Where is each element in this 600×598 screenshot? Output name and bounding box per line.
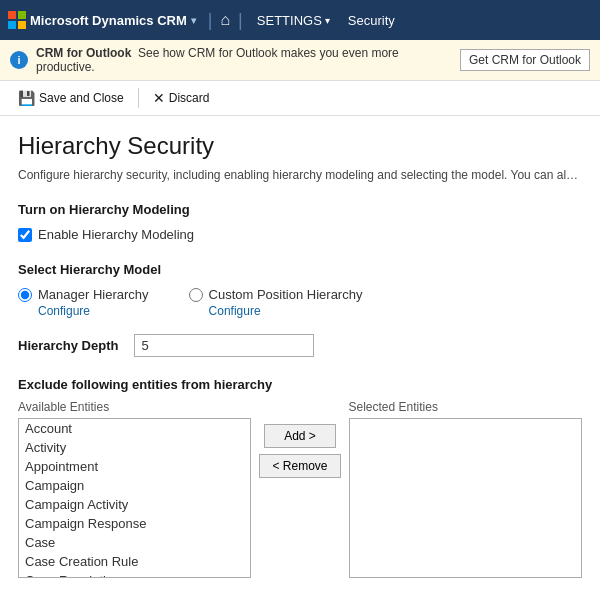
available-entities-header: Available Entities [18, 400, 251, 414]
list-item[interactable]: Campaign [19, 476, 250, 495]
enable-hierarchy-row: Enable Hierarchy Modeling [18, 227, 582, 242]
hierarchy-model-section: Select Hierarchy Model Manager Hierarchy… [18, 262, 582, 318]
ms-logo-icon [8, 11, 26, 29]
page-description: Configure hierarchy security, including … [18, 168, 582, 182]
nav-security-text: Security [348, 13, 395, 28]
nav-home-icon[interactable]: ⌂ [220, 11, 230, 29]
list-item[interactable]: Case Creation Rule [19, 552, 250, 571]
manager-configure-link[interactable]: Configure [38, 304, 149, 318]
exclude-header: Exclude following entities from hierarch… [18, 377, 582, 392]
list-item[interactable]: Case Resolution [19, 571, 250, 578]
custom-hierarchy-radio[interactable] [189, 288, 203, 302]
custom-position-option: Custom Position Hierarchy Configure [189, 287, 363, 318]
list-item[interactable]: Case [19, 533, 250, 552]
list-item[interactable]: Appointment [19, 457, 250, 476]
custom-configure-link[interactable]: Configure [209, 304, 363, 318]
custom-hierarchy-label: Custom Position Hierarchy [209, 287, 363, 302]
discard-label: Discard [169, 91, 210, 105]
discard-button[interactable]: ✕ Discard [145, 87, 218, 109]
selected-entities-header: Selected Entities [349, 400, 582, 414]
selected-entities-listbox[interactable] [349, 418, 582, 578]
exclude-section: Exclude following entities from hierarch… [18, 377, 582, 578]
remove-button[interactable]: < Remove [259, 454, 340, 478]
list-item[interactable]: Campaign Response [19, 514, 250, 533]
enable-hierarchy-label: Enable Hierarchy Modeling [38, 227, 194, 242]
manager-hierarchy-radio[interactable] [18, 288, 32, 302]
hierarchy-depth-section: Hierarchy Depth [18, 334, 582, 357]
hierarchy-model-header: Select Hierarchy Model [18, 262, 582, 277]
nav-logo[interactable]: Microsoft Dynamics CRM ▾ [8, 11, 196, 29]
svg-rect-1 [18, 11, 26, 19]
get-crm-outlook-button[interactable]: Get CRM for Outlook [460, 49, 590, 71]
top-nav: Microsoft Dynamics CRM ▾ | ⌂ | SETTINGS … [0, 0, 600, 40]
nav-logo-text: Microsoft Dynamics CRM [30, 13, 187, 28]
depth-label: Hierarchy Depth [18, 338, 118, 353]
nav-settings-label: SETTINGS [257, 13, 322, 28]
manager-hierarchy-option: Manager Hierarchy Configure [18, 287, 149, 318]
exclude-columns: Available Entities AccountActivityAppoin… [18, 400, 582, 578]
svg-rect-3 [18, 21, 26, 29]
nav-separator2: | [238, 10, 243, 31]
selected-entities-col: Selected Entities [349, 400, 582, 578]
list-item[interactable]: Activity [19, 438, 250, 457]
manager-hierarchy-label: Manager Hierarchy [38, 287, 149, 302]
nav-settings-caret: ▾ [325, 15, 330, 26]
available-entities-listbox[interactable]: AccountActivityAppointmentCampaignCampai… [18, 418, 251, 578]
add-button[interactable]: Add > [264, 424, 336, 448]
info-icon: i [10, 51, 28, 69]
discard-icon: ✕ [153, 90, 165, 106]
svg-rect-0 [8, 11, 16, 19]
toolbar-separator [138, 88, 139, 108]
add-remove-col: Add > < Remove [259, 400, 340, 478]
turn-on-header: Turn on Hierarchy Modeling [18, 202, 582, 217]
toolbar: 💾 Save and Close ✕ Discard [0, 81, 600, 116]
model-options: Manager Hierarchy Configure Custom Posit… [18, 287, 582, 318]
depth-input[interactable] [134, 334, 314, 357]
list-item[interactable]: Campaign Activity [19, 495, 250, 514]
svg-rect-2 [8, 21, 16, 29]
nav-logo-caret[interactable]: ▾ [191, 15, 196, 26]
save-icon: 💾 [18, 90, 35, 106]
manager-option-row: Manager Hierarchy [18, 287, 149, 302]
save-close-button[interactable]: 💾 Save and Close [10, 87, 132, 109]
custom-option-row: Custom Position Hierarchy [189, 287, 363, 302]
enable-hierarchy-checkbox[interactable] [18, 228, 32, 242]
crm-for-outlook-label: CRM for Outlook [36, 46, 131, 60]
page-content: Hierarchy Security Configure hierarchy s… [0, 116, 600, 594]
nav-separator: | [208, 10, 213, 31]
nav-settings-btn[interactable]: SETTINGS ▾ [251, 11, 336, 30]
available-entities-col: Available Entities AccountActivityAppoin… [18, 400, 251, 578]
list-item[interactable]: Account [19, 419, 250, 438]
page-title: Hierarchy Security [18, 132, 582, 160]
outlook-banner: i CRM for Outlook See how CRM for Outloo… [0, 40, 600, 81]
turn-on-section: Turn on Hierarchy Modeling Enable Hierar… [18, 202, 582, 242]
outlook-banner-text: CRM for Outlook See how CRM for Outlook … [36, 46, 452, 74]
save-close-label: Save and Close [39, 91, 124, 105]
